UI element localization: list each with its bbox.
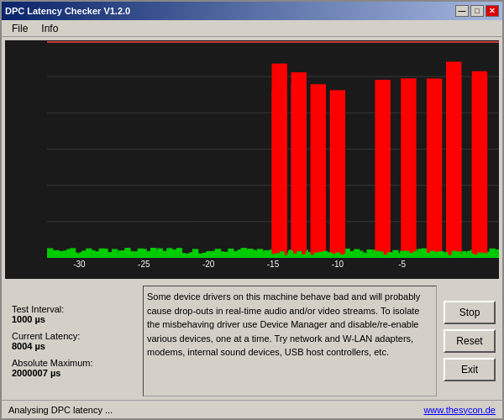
title-bar: DPC Latency Checker V1.2.0 — □ ✕ (2, 2, 502, 20)
title-bar-controls: — □ ✕ (455, 5, 499, 17)
minimize-button[interactable]: — (455, 5, 469, 17)
status-link[interactable]: www.thesycon.de (423, 405, 496, 415)
window-title: DPC Latency Checker V1.2.0 (5, 6, 130, 16)
current-latency-label: Current Latency: (12, 331, 133, 341)
bottom-panel: Test Interval: 1000 µs Current Latency: … (2, 282, 502, 400)
current-latency-row: Current Latency: 8004 µs (12, 331, 133, 351)
chart-area: 16000µs 8000µs 4000µs 2000µs 1000µs 500µ… (5, 40, 499, 279)
x-label-15: -15 (241, 260, 306, 269)
test-interval-label: Test Interval: (12, 304, 133, 314)
x-label-30: -30 (47, 260, 112, 269)
message-text: Some device drivers on this machine beha… (147, 291, 420, 357)
menu-file[interactable]: File (5, 21, 34, 36)
menu-bar: File Info (2, 20, 502, 37)
absolute-max-value: 2000007 µs (12, 368, 133, 378)
reset-button[interactable]: Reset (444, 329, 496, 353)
stop-button[interactable]: Stop (444, 301, 496, 324)
message-panel: Some device drivers on this machine beha… (143, 286, 437, 396)
test-interval-value: 1000 µs (12, 314, 133, 324)
main-window: DPC Latency Checker V1.2.0 — □ ✕ File In… (0, 0, 504, 420)
absolute-max-label: Absolute Maximum: (12, 358, 133, 368)
buttons-panel: Stop Reset Exit (440, 286, 499, 396)
maximize-button[interactable]: □ (470, 5, 484, 17)
stats-panel: Test Interval: 1000 µs Current Latency: … (5, 286, 139, 396)
x-label-25: -25 (112, 260, 176, 269)
absolute-max-row: Absolute Maximum: 2000007 µs (12, 358, 133, 378)
x-label-20: -20 (176, 260, 241, 269)
test-interval-row: Test Interval: 1000 µs (12, 304, 133, 324)
close-button[interactable]: ✕ (486, 5, 499, 17)
x-label-5: -5 (370, 260, 434, 269)
chart-canvas (5, 40, 499, 279)
x-axis: -30 -25 -20 -15 -10 -5 (47, 258, 499, 279)
x-label-10: -10 (305, 260, 370, 269)
menu-info[interactable]: Info (34, 21, 65, 36)
exit-button[interactable]: Exit (444, 358, 496, 381)
current-latency-value: 8004 µs (12, 341, 133, 351)
status-text: Analysing DPC latency ... (8, 405, 113, 415)
status-bar: Analysing DPC latency ... www.thesycon.d… (2, 400, 502, 418)
